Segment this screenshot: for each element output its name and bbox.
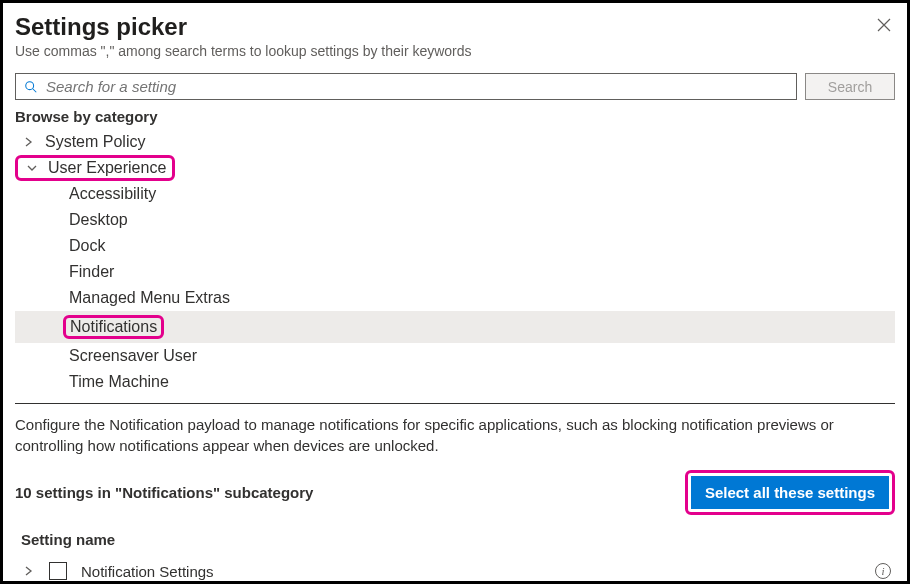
browse-label: Browse by category xyxy=(15,108,895,125)
tree-label: User Experience xyxy=(48,159,166,177)
tree-item-time-machine[interactable]: Time Machine xyxy=(15,369,895,395)
category-tree: System Policy User Experience Accessibil… xyxy=(15,129,895,395)
tree-item-user-experience[interactable]: User Experience xyxy=(15,155,895,181)
tree-label: Accessibility xyxy=(69,185,156,203)
tree-label: Time Machine xyxy=(69,373,169,391)
chevron-down-icon xyxy=(24,163,40,173)
svg-line-1 xyxy=(33,88,37,92)
tree-item-notifications[interactable]: Notifications xyxy=(15,311,895,343)
search-field-wrap[interactable] xyxy=(15,73,797,100)
tree-item-system-policy[interactable]: System Policy xyxy=(15,129,895,155)
subcategory-description: Configure the Notification payload to ma… xyxy=(15,414,895,456)
tree-label: Managed Menu Extras xyxy=(69,289,230,307)
select-all-button[interactable]: Select all these settings xyxy=(691,476,889,509)
tree-item-dock[interactable]: Dock xyxy=(15,233,895,259)
tree-item-desktop[interactable]: Desktop xyxy=(15,207,895,233)
setting-label: Notification Settings xyxy=(81,563,875,580)
setting-checkbox[interactable] xyxy=(49,562,67,580)
tree-item-managed-menu-extras[interactable]: Managed Menu Extras xyxy=(15,285,895,311)
tree-label: Notifications xyxy=(70,318,157,335)
tree-label: Screensaver User xyxy=(69,347,197,365)
settings-picker-panel: Settings picker Use commas "," among sea… xyxy=(0,0,910,584)
header: Settings picker Use commas "," among sea… xyxy=(15,13,895,59)
subcategory-count: 10 settings in "Notifications" subcatego… xyxy=(15,484,313,501)
close-icon[interactable] xyxy=(873,13,895,39)
tree-label: Dock xyxy=(69,237,105,255)
chevron-right-icon xyxy=(21,137,37,147)
divider xyxy=(15,403,895,404)
tree-item-finder[interactable]: Finder xyxy=(15,259,895,285)
tree-label: Finder xyxy=(69,263,114,281)
page-title: Settings picker xyxy=(15,13,472,41)
page-subtitle: Use commas "," among search terms to loo… xyxy=(15,43,472,59)
tree-label: System Policy xyxy=(45,133,145,151)
search-button[interactable]: Search xyxy=(805,73,895,100)
tree-item-screensaver-user[interactable]: Screensaver User xyxy=(15,343,895,369)
svg-point-0 xyxy=(26,81,34,89)
info-icon[interactable]: i xyxy=(875,563,891,579)
setting-row: Notification Settings i xyxy=(15,556,895,584)
chevron-right-icon[interactable] xyxy=(19,563,39,579)
tree-label: Desktop xyxy=(69,211,128,229)
search-input[interactable] xyxy=(46,78,788,95)
tree-item-accessibility[interactable]: Accessibility xyxy=(15,181,895,207)
search-icon xyxy=(24,80,38,94)
column-header-setting-name: Setting name xyxy=(21,531,895,548)
